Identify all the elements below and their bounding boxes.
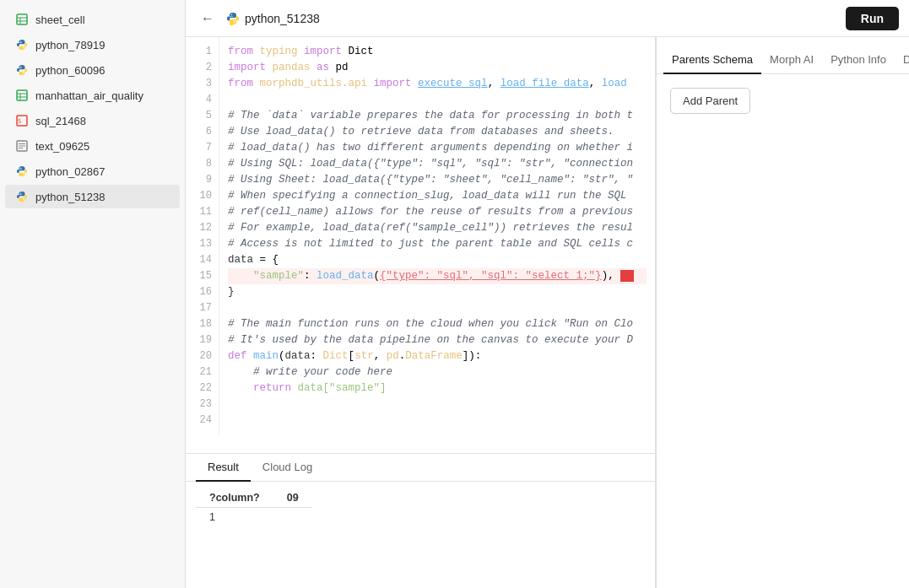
line-number: 10: [186, 188, 219, 204]
line-number: 9: [186, 172, 219, 188]
code-line: [228, 92, 647, 108]
python-icon: [15, 38, 29, 51]
line-number: 19: [186, 332, 219, 348]
panel-tab-parents-schema[interactable]: Parents Schema: [663, 46, 761, 74]
line-number: 2: [186, 60, 219, 76]
line-number: 22: [186, 380, 219, 396]
sidebar-item-python_78919[interactable]: python_78919: [5, 33, 180, 57]
line-number: 6: [186, 124, 219, 140]
code-line: # It's used by the data pipeline on the …: [228, 332, 647, 348]
svg-point-18: [20, 168, 21, 169]
line-number: 1: [186, 44, 219, 60]
sidebar: sheet_cell python_78919 python_60096 man…: [0, 0, 186, 588]
svg-rect-8: [17, 90, 27, 100]
main-area: ← python_51238 Run 123456789101112131415…: [186, 0, 909, 588]
code-content[interactable]: from typing import Dictimport pandas as …: [219, 37, 655, 435]
code-line: [228, 413, 647, 429]
line-number: 14: [186, 252, 219, 268]
sheet-icon: [15, 89, 29, 102]
code-line: "sample": load_data({"type": "sql", "sql…: [228, 268, 647, 284]
editor-area: 123456789101112131415161718192021222324 …: [186, 37, 656, 588]
line-number: 8: [186, 156, 219, 172]
code-line: # Use load_data() to retrieve data from …: [228, 124, 647, 140]
code-line: def main(data: Dict[str, pd.DataFrame]):: [228, 348, 647, 364]
code-line: from morphdb_utils.api import execute_sq…: [228, 76, 647, 92]
result-area: ResultCloud Log ?column?091: [186, 453, 655, 588]
line-number: 3: [186, 76, 219, 92]
sidebar-item-label: manhattan_air_quality: [35, 89, 143, 102]
python-icon: [15, 190, 29, 203]
sidebar-item-label: sheet_cell: [35, 13, 85, 26]
code-line: from typing import Dict: [228, 44, 647, 60]
code-line: import pandas as pd: [228, 60, 647, 76]
sidebar-item-label: python_60096: [35, 64, 105, 77]
line-number: 23: [186, 396, 219, 413]
svg-point-21: [23, 199, 24, 200]
sidebar-item-label: sql_21468: [35, 115, 86, 127]
line-number: 13: [186, 236, 219, 252]
panel-tab-download[interactable]: Download: [895, 46, 909, 74]
code-line: # Using SQL: load_data({"type": "sql", "…: [228, 156, 647, 172]
code-line: # For example, load_data(ref("sample_cel…: [228, 220, 647, 236]
line-numbers: 123456789101112131415161718192021222324: [186, 37, 219, 435]
add-parent-button[interactable]: Add Parent: [670, 88, 750, 114]
svg-point-5: [23, 47, 24, 48]
cell-title-text: python_51238: [245, 12, 320, 25]
sheet-icon: [15, 13, 29, 26]
line-number: 7: [186, 140, 219, 156]
line-number: 5: [186, 108, 219, 124]
code-line: [228, 396, 647, 413]
back-button[interactable]: ←: [196, 9, 219, 28]
code-line: # load_data() has two different argument…: [228, 140, 647, 156]
panel-tabs: Parents SchemaMorph AIPython InfoDownloa…: [657, 37, 909, 74]
result-tab-cloud-log[interactable]: Cloud Log: [251, 454, 324, 482]
svg-point-20: [20, 193, 21, 194]
text-icon: [15, 139, 29, 153]
line-number: 20: [186, 348, 219, 364]
line-number: 24: [186, 413, 219, 429]
sidebar-item-sheet_cell[interactable]: sheet_cell: [5, 8, 180, 31]
panel-tab-python-info[interactable]: Python Info: [822, 46, 895, 74]
code-line: return data["sample"]: [228, 380, 647, 396]
sidebar-item-text_09625[interactable]: text_09625: [5, 134, 180, 158]
cell-title: python_51238: [226, 12, 839, 25]
python-icon: [226, 12, 240, 25]
topbar: ← python_51238 Run: [186, 0, 909, 37]
python-icon: [15, 63, 29, 77]
svg-point-19: [23, 174, 24, 175]
table-row: 1: [196, 508, 312, 527]
table-header: 09: [273, 488, 312, 508]
sidebar-item-sql_21468[interactable]: S sql_21468: [5, 109, 180, 132]
right-panel: Parents SchemaMorph AIPython InfoDownloa…: [656, 37, 909, 588]
sidebar-item-label: python_51238: [35, 191, 105, 203]
svg-point-7: [23, 73, 24, 73]
table-cell: [273, 508, 312, 527]
code-editor[interactable]: 123456789101112131415161718192021222324 …: [186, 37, 655, 453]
code-line: # write your code here: [228, 364, 647, 380]
panel-tab-morph-ai[interactable]: Morph AI: [761, 46, 822, 74]
sql-icon: S: [15, 114, 29, 127]
python-icon: [15, 165, 29, 178]
line-number: 15: [186, 268, 219, 284]
result-content: ?column?091: [186, 482, 655, 588]
table-cell: 1: [196, 508, 273, 527]
code-line: # ref(cell_name) allows for the reuse of…: [228, 204, 647, 220]
sidebar-item-python_51238[interactable]: python_51238: [5, 185, 180, 208]
line-number: 21: [186, 364, 219, 380]
result-tab-result[interactable]: Result: [196, 454, 251, 482]
sidebar-item-label: text_09625: [35, 140, 89, 153]
sidebar-item-python_60096[interactable]: python_60096: [5, 58, 180, 82]
run-button[interactable]: Run: [846, 7, 899, 30]
line-number: 12: [186, 220, 219, 236]
sidebar-item-manhattan_air_quality[interactable]: manhattan_air_quality: [5, 84, 180, 107]
content-area: 123456789101112131415161718192021222324 …: [186, 37, 909, 588]
code-line: [228, 300, 647, 316]
svg-text:S: S: [18, 118, 21, 125]
svg-point-4: [20, 41, 21, 42]
sidebar-item-python_02867[interactable]: python_02867: [5, 159, 180, 183]
line-number: 4: [186, 92, 219, 108]
line-number: 17: [186, 300, 219, 316]
code-line: # When specifying a connection_slug, loa…: [228, 188, 647, 204]
code-line: # Using Sheet: load_data({"type": "sheet…: [228, 172, 647, 188]
svg-point-23: [234, 21, 235, 22]
